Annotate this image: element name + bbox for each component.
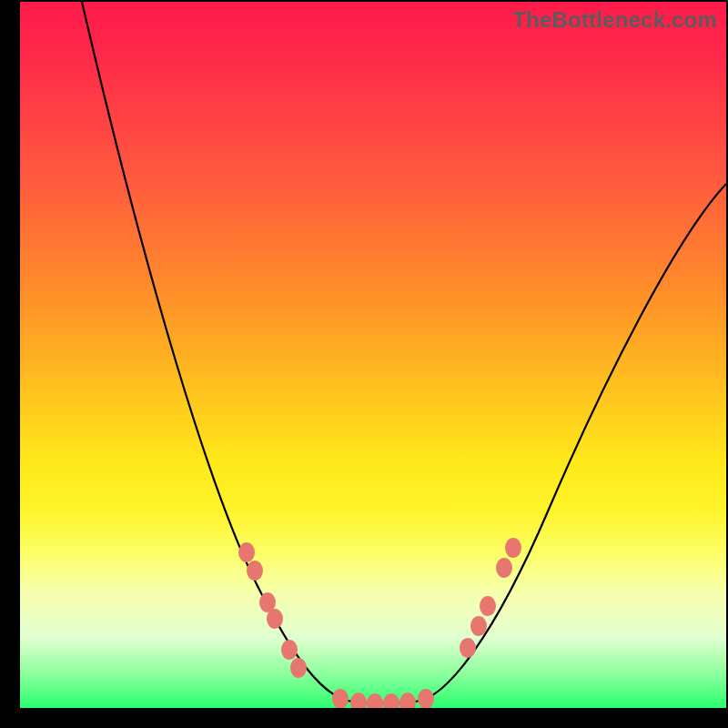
curve-marker bbox=[480, 596, 496, 616]
plot-area: TheBottleneck.com bbox=[20, 2, 726, 708]
curve-marker bbox=[281, 640, 298, 660]
curve-marker bbox=[267, 609, 283, 629]
curve-marker bbox=[290, 658, 307, 678]
curve-marker bbox=[496, 558, 512, 578]
chart-svg bbox=[20, 2, 726, 708]
curve-marker bbox=[238, 542, 255, 562]
curve-marker bbox=[460, 638, 476, 658]
curve-marker bbox=[399, 693, 416, 708]
curve-marker bbox=[247, 561, 263, 581]
curve-markers bbox=[238, 538, 521, 708]
curve-marker bbox=[332, 689, 349, 708]
chart-frame: TheBottleneck.com bbox=[0, 0, 728, 728]
curve-marker bbox=[470, 616, 487, 636]
bottleneck-curve bbox=[82, 2, 726, 703]
curve-marker bbox=[505, 538, 521, 558]
curve-marker bbox=[418, 689, 434, 708]
curve-marker bbox=[367, 693, 383, 708]
curve-marker bbox=[350, 693, 367, 708]
curve-marker bbox=[383, 693, 399, 708]
